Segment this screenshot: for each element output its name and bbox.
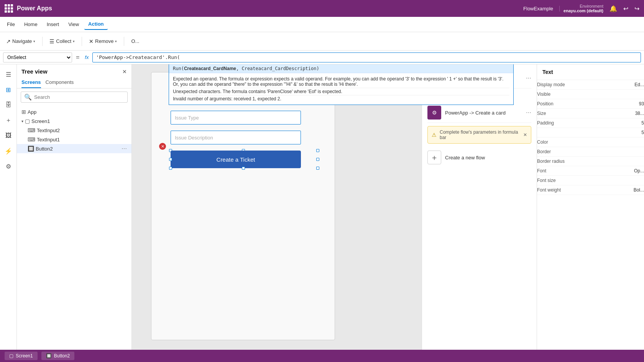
button2-more-icon[interactable]: ⋯	[122, 146, 127, 152]
prop-color-label: Color	[537, 139, 583, 145]
sidebar-media-icon[interactable]: 🖼	[2, 129, 15, 143]
menu-action[interactable]: Action	[84, 19, 107, 30]
resize-handle-bottom-right[interactable]	[316, 167, 319, 170]
tree-item-button2[interactable]: 🔲 Button2 ⋯	[17, 144, 131, 153]
tree-item-screen1[interactable]: ▾ ▢ Screen1	[17, 116, 131, 126]
button2-tab-icon: 🔲	[46, 353, 52, 359]
tree-tabs: Screens Components	[17, 77, 131, 88]
tab-components[interactable]: Components	[46, 77, 74, 88]
menu-view[interactable]: View	[64, 19, 83, 29]
flow-more-2[interactable]: ⋯	[526, 110, 531, 116]
tree-item-textinput1[interactable]: ⌨ TextInput1	[17, 135, 131, 144]
screen1-tab-icon: ▢	[9, 353, 13, 359]
flow-warning: ⚠ Complete flow's parameters in formula …	[427, 126, 531, 144]
tree-item-textinput2-label: TextInput2	[37, 128, 127, 133]
menu-file[interactable]: File	[3, 19, 19, 29]
create-flow-label: Create a new flow	[445, 155, 485, 161]
prop-border-radius: Border radius	[537, 157, 644, 166]
resize-handle-bottom-left[interactable]	[169, 167, 172, 170]
formula-input[interactable]	[92, 52, 641, 62]
sidebar-menu-icon[interactable]: ☰	[2, 67, 15, 81]
prop-display-mode-label: Display mode	[537, 82, 583, 87]
formula-bar: OnSelect = fx Run(Createacard_CardName, …	[0, 51, 644, 64]
prop-position-value[interactable]: 93	[583, 101, 644, 106]
prop-padding-1-value[interactable]: 5	[583, 120, 644, 126]
resize-handle-left[interactable]	[169, 158, 172, 161]
tab-screens[interactable]: Screens	[21, 77, 41, 88]
flow-warning-close-button[interactable]: ✕	[523, 132, 527, 138]
prop-font-value[interactable]: Op...	[583, 168, 644, 174]
prop-size-value[interactable]: 38...	[583, 111, 644, 116]
issue-description-input[interactable]: Issue Description	[171, 131, 301, 144]
prop-visible-label: Visible	[537, 92, 583, 97]
search-input[interactable]	[34, 94, 124, 100]
flow-example-label: FlowExample	[523, 6, 560, 11]
redo-icon[interactable]: ↪	[634, 5, 639, 12]
sidebar-settings-icon[interactable]: ⚙	[2, 159, 15, 173]
tree-search-box[interactable]: 🔍	[21, 92, 128, 103]
resize-handle-bottom[interactable]	[242, 167, 245, 170]
menu-home[interactable]: Home	[20, 19, 41, 29]
remove-icon: ✕	[89, 38, 94, 44]
screen1-tab-label: Screen1	[16, 353, 33, 359]
button-wrapper: ✕ Create a Ticket	[171, 151, 316, 168]
apps-icon[interactable]	[5, 4, 13, 13]
prop-size: Size 38...	[537, 109, 644, 118]
prop-font-label: Font	[537, 168, 583, 174]
screen1-expand-icon: ▾	[21, 119, 23, 123]
status-tab-screen1[interactable]: ▢ Screen1	[5, 352, 38, 360]
sidebar-power-icon[interactable]: ⚡	[2, 144, 15, 158]
properties-panel: Text Display mode Ed... Visible Position…	[537, 64, 644, 350]
autocomplete-bold: Createacard_CardName	[184, 66, 236, 71]
tree-item-app[interactable]: ⊞ App	[17, 107, 131, 116]
toolbar-divider-1	[42, 37, 43, 46]
create-ticket-label: Create a Ticket	[217, 156, 255, 163]
remove-button[interactable]: ✕ Remove ▾	[86, 36, 120, 46]
flow-item-2: ⚙ PowerApp -> Create a card ⋯	[427, 103, 531, 123]
sidebar-data-icon[interactable]: 🗄	[2, 98, 15, 112]
resize-handle-top-right[interactable]	[316, 149, 319, 152]
error-dot: ✕	[159, 143, 166, 150]
props-title-section: Text	[537, 64, 644, 80]
prop-padding-2-value[interactable]: 5	[583, 130, 644, 135]
prop-font-size-label: Font size	[537, 178, 583, 183]
collect-button[interactable]: ☰ Collect ▾	[46, 36, 78, 46]
navigate-chevron: ▾	[33, 39, 35, 43]
sidebar-screens-icon[interactable]: ⊞	[2, 83, 15, 97]
toolbar-divider-3	[124, 37, 124, 46]
status-tab-button2[interactable]: 🔲 Button2	[41, 352, 74, 360]
undo-icon[interactable]: ↩	[623, 5, 628, 12]
app-name: Power Apps	[17, 5, 52, 12]
issue-description-placeholder: Issue Description	[175, 135, 213, 141]
menu-insert[interactable]: Insert	[43, 19, 63, 29]
tree-item-textinput1-label: TextInput1	[37, 137, 127, 143]
flow-more-1[interactable]: ⋯	[526, 75, 531, 81]
collect-chevron: ▾	[73, 39, 75, 43]
other-button[interactable]: O...	[128, 36, 142, 46]
sidebar-icons: ☰ ⊞ 🗄 ＋ 🖼 ⚡ ⚙	[0, 64, 17, 350]
prop-font: Font Op...	[537, 166, 644, 176]
warning-icon: ⚠	[432, 132, 437, 138]
formula-property-select[interactable]: OnSelect	[3, 52, 72, 62]
sidebar-plus-icon[interactable]: ＋	[2, 113, 15, 127]
prop-padding-2: 5	[537, 128, 644, 138]
tree-item-textinput2[interactable]: ⌨ TextInput2	[17, 126, 131, 135]
issue-type-placeholder: Issue Type	[175, 115, 199, 121]
issue-type-input[interactable]: Issue Type	[171, 111, 301, 124]
prop-font-size: Font size	[537, 176, 644, 185]
main-layout: ☰ ⊞ 🗄 ＋ 🖼 ⚡ ⚙ Tree view ✕ Screens Compon…	[0, 64, 644, 350]
tree-panel-close-button[interactable]: ✕	[122, 69, 127, 75]
navigate-button[interactable]: ↗ Navigate ▾	[3, 36, 38, 46]
tree-panel-title: Tree view	[21, 68, 48, 75]
resize-handle-right[interactable]	[316, 158, 319, 161]
remove-chevron: ▾	[115, 39, 117, 43]
prop-font-weight-value[interactable]: Bol...	[583, 187, 644, 193]
prop-display-mode-value[interactable]: Ed...	[583, 82, 644, 87]
create-ticket-button[interactable]: Create a Ticket	[171, 151, 301, 168]
create-flow-plus-button[interactable]: ＋	[427, 151, 441, 164]
props-title: Text	[542, 67, 588, 77]
tree-item-button2-label: Button2	[36, 146, 120, 152]
notification-icon[interactable]: 🔔	[610, 5, 617, 12]
tree-panel-header: Tree view ✕	[17, 64, 131, 77]
button2-icon: 🔲	[28, 146, 34, 152]
